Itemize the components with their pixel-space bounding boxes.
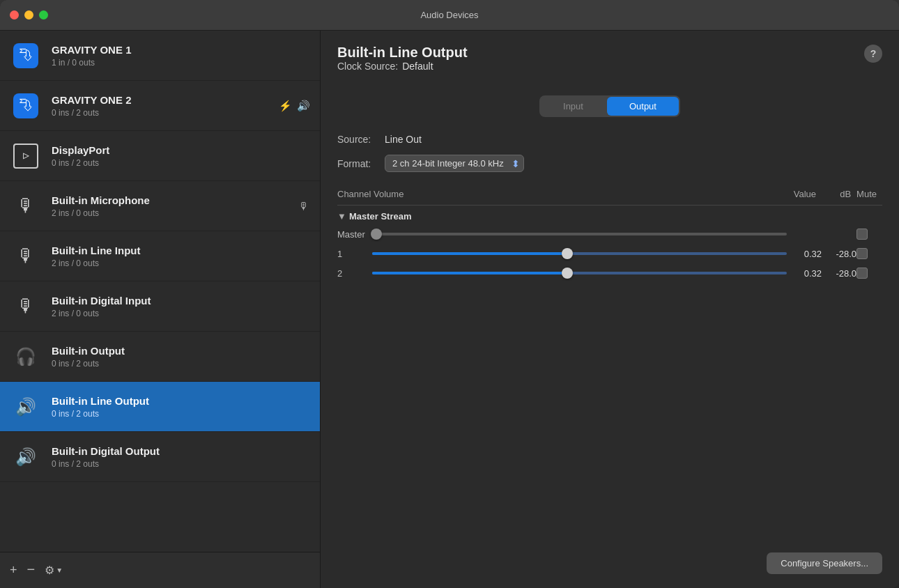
sidebar-item-builtin-digital-output[interactable]: 🔊 Built-in Digital Output 0 ins / 2 outs [0,432,320,482]
slider-wrap[interactable] [372,247,787,260]
device-info: DisplayPort 0 ins / 2 outs [52,144,310,168]
audio-devices-window: Audio Devices ⮷ GRAVITY ONE 1 1 in / 0 o… [0,0,899,588]
channel-row-2: 2 0.32 -28.0 [337,263,882,283]
device-name: GRAVITY ONE 1 [52,44,310,56]
mute-cell [856,224,882,244]
device-name: Built-in Output [52,345,310,357]
device-io: 2 ins / 0 outs [52,208,296,218]
sidebar: ⮷ GRAVITY ONE 1 1 in / 0 outs ⮷ GRAVITY … [0,31,321,588]
slider-wrap[interactable] [372,228,787,240]
device-name: Built-in Line Output [52,395,310,407]
slider-thumb[interactable] [562,268,573,279]
mic-icon: 🎙 [17,295,35,317]
device-title: Built-in Line Output [337,45,468,61]
sidebar-item-displayport[interactable]: ▷ DisplayPort 0 ins / 2 outs [0,131,320,181]
device-name: GRAVITY ONE 2 [52,94,278,106]
thunderbolt-icon: ⚡ [278,99,292,113]
sidebar-item-builtin-line-output[interactable]: 🔊 Built-in Line Output 0 ins / 2 outs [0,382,320,432]
help-button[interactable]: ? [864,45,882,63]
device-io: 0 ins / 2 outs [52,108,278,118]
sidebar-item-builtin-digital-in[interactable]: 🎙 Built-in Digital Input 2 ins / 0 outs [0,281,320,332]
db-cell: -28.0 [822,244,856,263]
channel-row-Master: Master [337,224,882,244]
device-icon: 🎙 [10,291,42,323]
device-io: 0 ins / 2 outs [52,359,310,369]
clock-source-value: Default [402,61,433,72]
device-info: Built-in Digital Output 0 ins / 2 outs [52,445,310,469]
slider-fill [372,252,567,255]
channel-label: 1 [337,244,372,263]
window-title: Audio Devices [420,10,478,20]
slider-cell[interactable] [372,224,787,244]
settings-button[interactable]: ⚙ ▼ [45,564,63,577]
configure-speakers-button[interactable]: Configure Speakers... [767,552,882,574]
mute-checkbox[interactable] [856,229,868,240]
db-cell: -28.0 [822,263,856,283]
main-panel: Built-in Line Output Clock Source: Defau… [321,31,899,588]
channel-label: Master [337,224,372,244]
slider-track[interactable] [372,252,787,255]
format-row: Format: 2 ch 24-bit Integer 48.0 kHz [337,155,882,172]
slider-thumb[interactable] [562,248,573,259]
tab-output[interactable]: Output [607,97,679,116]
titlebar: Audio Devices [0,0,899,31]
mute-checkbox[interactable] [856,248,868,259]
sidebar-item-builtin-output[interactable]: 🎧 Built-in Output 0 ins / 2 outs [0,332,320,382]
panel-header: Built-in Line Output Clock Source: Defau… [337,45,882,84]
col-mute: Mute [856,185,882,206]
source-value: Line Out [385,134,422,145]
device-info: Built-in Output 0 ins / 2 outs [52,345,310,369]
displayport-icon: ▷ [13,144,38,169]
add-device-button[interactable]: + [10,563,17,578]
format-select[interactable]: 2 ch 24-bit Integer 48.0 kHz [385,155,524,172]
device-io: 2 ins / 0 outs [52,258,310,268]
close-button[interactable] [10,10,19,20]
device-info: Built-in Line Output 0 ins / 2 outs [52,395,310,419]
device-info: Built-in Line Input 2 ins / 0 outs [52,245,310,268]
slider-wrap[interactable] [372,267,787,279]
channel-row-1: 1 0.32 -28.0 [337,244,882,263]
device-badges: ⚡🔊 [278,99,310,113]
minimize-button[interactable] [24,10,33,20]
device-icon: 🎧 [10,341,42,373]
sidebar-item-gravity1[interactable]: ⮷ GRAVITY ONE 1 1 in / 0 outs [0,31,320,81]
device-info: Built-in Microphone 2 ins / 0 outs [52,194,296,218]
device-name: DisplayPort [52,144,310,156]
device-name: Built-in Line Input [52,245,310,256]
sidebar-item-builtin-mic[interactable]: 🎙 Built-in Microphone 2 ins / 0 outs 🎙 [0,181,320,231]
device-io: 0 ins / 2 outs [52,459,310,469]
traffic-lights [10,10,48,20]
slider-thumb[interactable] [371,229,382,240]
mute-cell [856,263,882,283]
slider-fill [372,272,567,274]
db-cell [822,224,856,244]
device-info: GRAVITY ONE 2 0 ins / 2 outs [52,94,278,118]
device-io: 0 ins / 2 outs [52,409,310,419]
slider-cell[interactable] [372,244,787,263]
device-io: 1 in / 0 outs [52,58,310,68]
configure-btn-wrap: Configure Speakers... [337,539,882,574]
slider-track[interactable] [372,272,787,274]
slider-track[interactable] [372,233,787,235]
device-icon: ▷ [10,140,42,172]
sidebar-item-gravity2[interactable]: ⮷ GRAVITY ONE 2 0 ins / 2 outs ⚡🔊 [0,81,320,131]
mic-badge-icon: 🎙 [296,199,310,213]
device-info: Built-in Digital Input 2 ins / 0 outs [52,295,310,318]
device-info: GRAVITY ONE 1 1 in / 0 outs [52,44,310,68]
tab-group: Input Output [539,95,680,117]
remove-device-button[interactable]: − [27,562,36,578]
headphones-icon: 🎧 [15,347,36,366]
speaker-icon: 🔊 [15,397,36,417]
mute-checkbox[interactable] [856,268,868,279]
value-cell [787,224,822,244]
tabs-container: Input Output [337,95,882,117]
maximize-button[interactable] [39,10,48,20]
channel-volume-table: Channel Volume Value dB Mute ▼Master Str… [337,185,882,283]
content-area: ⮷ GRAVITY ONE 1 1 in / 0 outs ⮷ GRAVITY … [0,31,899,588]
device-name: Built-in Digital Input [52,295,310,307]
sidebar-item-builtin-line-in[interactable]: 🎙 Built-in Line Input 2 ins / 0 outs [0,231,320,281]
speaker-badge-icon: 🔊 [296,99,310,113]
slider-cell[interactable] [372,263,787,283]
tab-input[interactable]: Input [541,97,606,116]
section-name: ▼Master Stream [337,206,882,225]
